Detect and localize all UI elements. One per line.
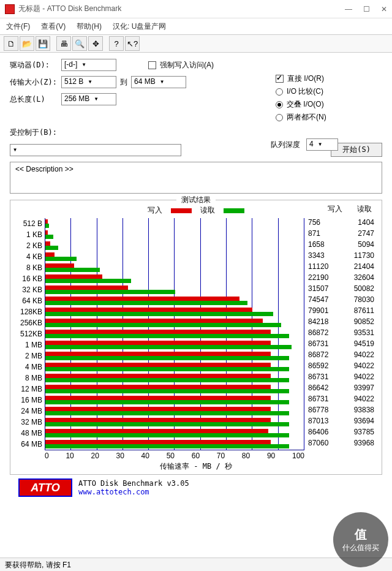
write-bar xyxy=(45,407,271,411)
start-button[interactable]: 开始(S) xyxy=(331,143,382,157)
new-icon[interactable]: 🗋 xyxy=(4,36,18,51)
read-bar xyxy=(45,224,49,228)
bar-row xyxy=(45,328,304,339)
bar-row xyxy=(45,417,304,428)
close-button[interactable]: ✕ xyxy=(381,5,387,13)
help-icon[interactable]: ? xyxy=(109,36,124,51)
read-bar xyxy=(45,279,131,283)
read-bar xyxy=(45,345,292,349)
value-row: 8687293531 xyxy=(304,328,378,339)
bar-row xyxy=(45,240,304,251)
y-label: 8 KB xyxy=(14,262,42,273)
y-label: 4 MB xyxy=(14,361,42,372)
write-bar xyxy=(45,352,271,356)
bar-row xyxy=(45,384,304,395)
bar-row xyxy=(45,295,304,306)
y-label: 32 MB xyxy=(14,417,42,428)
read-bar xyxy=(45,433,289,437)
controlled-by-select[interactable]: ▾ xyxy=(10,144,181,156)
move-icon[interactable]: ✥ xyxy=(88,36,103,51)
queue-label: 队列深度 xyxy=(271,140,300,150)
read-bar xyxy=(45,367,289,371)
direct-io-label: 直接 I/O(R) xyxy=(287,74,324,84)
value-row: 7561404 xyxy=(304,218,378,229)
value-row: 8712747 xyxy=(304,229,378,240)
maximize-button[interactable]: ☐ xyxy=(363,5,370,13)
value-row: 3150750082 xyxy=(304,284,378,295)
read-bar xyxy=(45,411,289,415)
write-swatch xyxy=(171,208,192,213)
bar-row xyxy=(45,406,304,417)
value-row: 8701393694 xyxy=(304,417,378,428)
y-label: 128KB xyxy=(14,306,42,317)
read-bar xyxy=(45,422,289,426)
ctrl-label: 受控制于(B): xyxy=(10,127,58,138)
pointer-help-icon[interactable]: ↖? xyxy=(125,36,140,51)
description-box[interactable]: << Description >> xyxy=(10,162,382,194)
y-label: 1 KB xyxy=(14,229,42,240)
bar-row xyxy=(45,428,304,439)
force-write-checkbox[interactable] xyxy=(148,61,156,69)
minimize-button[interactable]: — xyxy=(345,5,352,13)
overlap-io-label: 交叠 I/O(O) xyxy=(287,99,324,110)
write-bar xyxy=(45,241,50,246)
value-row: 8706093968 xyxy=(304,439,378,450)
menu-help[interactable]: 帮助(H) xyxy=(77,21,102,32)
save-icon[interactable]: 💾 xyxy=(36,36,50,51)
direct-io-checkbox[interactable] xyxy=(276,75,284,83)
write-bar xyxy=(45,363,271,367)
y-label: 24 MB xyxy=(14,406,42,417)
write-bar xyxy=(45,418,271,422)
write-bar xyxy=(45,429,268,433)
read-bar xyxy=(45,356,289,360)
xfer-min-select[interactable]: 512 B ▾ xyxy=(61,76,116,88)
url-link[interactable]: www.attotech.com xyxy=(78,488,189,496)
xfer-max-select[interactable]: 64 MB ▾ xyxy=(131,76,186,88)
write-bar xyxy=(45,330,271,334)
bar-row xyxy=(45,306,304,317)
print-icon[interactable]: 🖶 xyxy=(56,36,71,51)
read-bar xyxy=(45,257,77,261)
xfer-label: 传输大小(Z): xyxy=(10,77,58,88)
bar-row xyxy=(45,361,304,372)
write-bar xyxy=(45,341,271,345)
preview-icon[interactable]: 🔍 xyxy=(72,36,87,51)
menu-file[interactable]: 文件(F) xyxy=(6,21,30,32)
value-row: 7454778030 xyxy=(304,295,378,306)
queue-select[interactable]: 4 ▾ xyxy=(306,138,338,151)
io-compare-radio[interactable] xyxy=(276,88,283,96)
neither-radio[interactable] xyxy=(276,114,283,121)
window-title: 无标题 - ATTO Disk Benchmark xyxy=(18,4,345,14)
bar-row xyxy=(45,395,304,406)
y-label: 2 KB xyxy=(14,240,42,251)
drive-select[interactable]: [-d-] ▾ xyxy=(61,59,116,71)
menu-view[interactable]: 查看(V) xyxy=(41,21,66,32)
y-label: 256KB xyxy=(14,317,42,328)
titlebar: 无标题 - ATTO Disk Benchmark — ☐ ✕ xyxy=(0,0,392,18)
atto-logo: ATTO xyxy=(18,478,72,497)
drive-label: 驱动器(D): xyxy=(10,60,58,70)
value-row: 8673194022 xyxy=(304,395,378,406)
app-icon xyxy=(5,4,15,14)
results-fieldset: 测试结果 写入 读取 写入 读取 512 B1 KB2 KB4 KB8 KB16… xyxy=(10,200,382,475)
read-bar xyxy=(45,444,289,448)
value-row: 8640693785 xyxy=(304,428,378,439)
write-bar xyxy=(45,286,128,290)
value-row: 2219032604 xyxy=(304,273,378,284)
write-bar xyxy=(45,297,239,301)
menu-han: 汉化: U盘量产网 xyxy=(113,21,166,32)
read-bar xyxy=(45,268,100,272)
value-row: 8673194022 xyxy=(304,372,378,384)
x-axis-label: 传输速率 - MB / 秒 xyxy=(14,461,378,472)
open-icon[interactable]: 📂 xyxy=(20,36,34,51)
io-compare-label: I/O 比较(C) xyxy=(287,86,323,97)
value-row: 8421890852 xyxy=(304,317,378,328)
value-row: 1112021404 xyxy=(304,262,378,273)
y-label: 512KB xyxy=(14,328,42,339)
bar-row xyxy=(45,284,304,295)
value-row: 8677893838 xyxy=(304,406,378,417)
write-bar xyxy=(45,274,102,279)
read-bar xyxy=(45,312,273,316)
overlap-io-radio[interactable] xyxy=(276,101,283,108)
len-select[interactable]: 256 MB ▾ xyxy=(61,93,116,105)
